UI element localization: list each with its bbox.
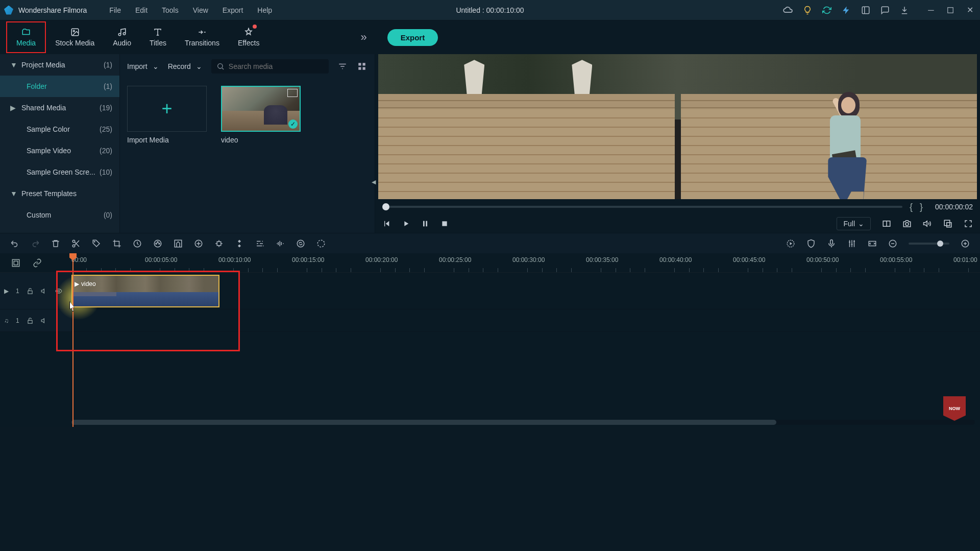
close-icon[interactable]: ✕	[964, 4, 976, 16]
sidebar-item-project-media[interactable]: ▼ Project Media (1)	[0, 54, 119, 76]
sidebar-item-sample-color[interactable]: Sample Color (25)	[0, 118, 119, 140]
mute-icon[interactable]	[41, 288, 48, 295]
volume-icon[interactable]	[923, 219, 932, 228]
sidebar-count: (25)	[100, 125, 112, 133]
timeline-ruler[interactable]: 00:0000:00:05:0000:00:10:0000:00:15:0000…	[71, 253, 980, 272]
sidebar-item-custom[interactable]: Custom (0)	[0, 204, 119, 226]
sidebar-count: (10)	[100, 168, 112, 176]
snapshot-icon[interactable]	[902, 219, 912, 228]
sidebar-label: All Templates	[27, 232, 95, 233]
stop-icon[interactable]	[440, 220, 449, 228]
popout-icon[interactable]	[943, 219, 952, 228]
window-icon[interactable]	[860, 4, 872, 16]
message-icon[interactable]	[879, 4, 891, 16]
lock-icon[interactable]	[27, 317, 34, 324]
preview-scrubber[interactable]	[382, 206, 902, 208]
mic-icon[interactable]	[827, 239, 836, 248]
adjust-icon[interactable]	[255, 239, 264, 248]
keyframe-tl-icon[interactable]	[194, 239, 203, 248]
collapse-arrow-icon[interactable]: ◀	[372, 179, 376, 185]
sidebar-item-sample-green[interactable]: Sample Green Scre... (10)	[0, 161, 119, 183]
more-tabs-icon[interactable]: »	[360, 31, 366, 44]
redo-icon[interactable]	[31, 239, 40, 248]
maximize-icon[interactable]	[944, 4, 957, 16]
playhead[interactable]	[72, 253, 74, 427]
track-manager-icon[interactable]	[11, 258, 20, 268]
filter-icon[interactable]	[338, 62, 348, 71]
lightbulb-icon[interactable]	[801, 4, 814, 16]
tab-stock-media[interactable]: Stock Media	[46, 21, 104, 53]
media-clip-video[interactable]: ✓ video	[221, 86, 301, 144]
delete-icon[interactable]	[51, 239, 60, 248]
menu-help[interactable]: Help	[250, 6, 279, 14]
speed-icon[interactable]	[840, 4, 852, 16]
lock-icon[interactable]	[27, 288, 34, 295]
tab-titles[interactable]: Titles	[140, 21, 176, 53]
crop-icon[interactable]	[112, 239, 121, 248]
undo-icon[interactable]	[10, 239, 19, 248]
menu-edit[interactable]: Edit	[128, 6, 155, 14]
split-icon[interactable]	[71, 239, 81, 248]
sidebar-item-folder[interactable]: Folder (1)	[0, 76, 119, 97]
audio-track-body[interactable]	[71, 309, 980, 331]
timeline-clip-video[interactable]: ▶video	[71, 275, 219, 307]
timeline-scrollbar[interactable]	[71, 420, 975, 425]
sidebar-item-preset-templates[interactable]: ▼ Preset Templates	[0, 183, 119, 204]
marker-icon[interactable]	[235, 239, 244, 248]
sync-icon[interactable]	[296, 239, 305, 248]
menu-tools[interactable]: Tools	[155, 6, 186, 14]
record-dropdown[interactable]: Record⌄	[168, 62, 202, 70]
motion-icon[interactable]	[214, 239, 224, 248]
tab-audio[interactable]: Audio	[104, 21, 140, 53]
mark-out-icon[interactable]: }	[920, 202, 923, 212]
clip-name-label: video	[221, 136, 301, 144]
sidebar-item-sample-video[interactable]: Sample Video (20)	[0, 140, 119, 161]
auto-icon[interactable]	[786, 239, 795, 248]
link-icon[interactable]	[33, 258, 42, 268]
audiowave-icon[interactable]	[276, 239, 285, 248]
color-icon[interactable]	[153, 239, 162, 248]
download-icon[interactable]	[898, 4, 911, 16]
play-icon[interactable]	[402, 220, 410, 228]
greenscreen-icon[interactable]	[174, 239, 183, 248]
minimize-icon[interactable]: ─	[925, 4, 937, 16]
import-dropdown[interactable]: Import⌄	[127, 62, 159, 70]
shield-icon[interactable]	[806, 239, 816, 248]
prev-frame-icon[interactable]	[382, 220, 390, 228]
cloud-icon[interactable]	[782, 4, 794, 16]
grid-view-icon[interactable]	[357, 62, 368, 71]
search-input[interactable]	[229, 62, 324, 70]
refresh-icon[interactable]	[821, 4, 833, 16]
eye-icon[interactable]	[55, 288, 62, 295]
render-icon[interactable]	[316, 239, 326, 248]
zoom-slider[interactable]	[909, 243, 949, 245]
tab-effects[interactable]: Effects	[229, 21, 269, 53]
import-media-tile[interactable]: + Import Media	[127, 86, 207, 144]
fullscreen-icon[interactable]	[964, 219, 973, 228]
sidebar-label: Preset Templates	[21, 189, 112, 198]
preview-viewport[interactable]	[378, 54, 977, 199]
mark-in-icon[interactable]: {	[910, 202, 913, 212]
zoom-in-icon[interactable]	[961, 239, 970, 248]
speed-tl-icon[interactable]	[133, 239, 142, 248]
mixer-icon[interactable]	[847, 239, 856, 248]
ruler-tick: 00:01:00	[953, 256, 977, 263]
compare-icon[interactable]	[882, 219, 891, 228]
resolution-dropdown[interactable]: Full⌄	[837, 217, 871, 230]
media-panel: Import⌄ Record⌄ ◀ + Import Media ✓	[120, 54, 375, 233]
sidebar-item-all-templates[interactable]: All Templates (283)	[0, 226, 119, 233]
mute-icon[interactable]	[41, 317, 48, 324]
search-media[interactable]	[211, 59, 329, 74]
menu-view[interactable]: View	[186, 6, 215, 14]
fit-icon[interactable]	[868, 239, 877, 248]
video-track-body[interactable]: ▶video	[71, 273, 980, 309]
zoom-out-icon[interactable]	[888, 239, 897, 248]
pause-icon[interactable]	[421, 220, 429, 228]
tab-transitions[interactable]: Transitions	[176, 21, 229, 53]
menu-file[interactable]: File	[102, 6, 128, 14]
sidebar-item-shared-media[interactable]: ▶ Shared Media (19)	[0, 97, 119, 118]
menu-export[interactable]: Export	[215, 6, 250, 14]
tab-media[interactable]: Media	[6, 21, 46, 53]
export-button[interactable]: Export	[387, 29, 438, 46]
tag-icon[interactable]	[92, 239, 101, 248]
